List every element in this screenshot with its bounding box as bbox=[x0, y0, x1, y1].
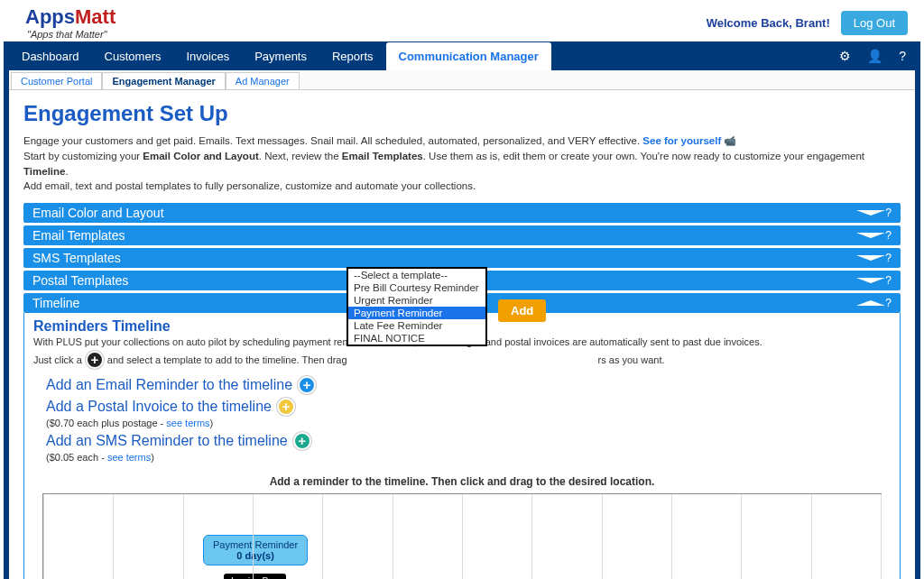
reminder-bubble[interactable]: Payment Reminder 0 day(s) bbox=[203, 535, 308, 565]
invoice-due-marker: Invoice Due bbox=[224, 574, 286, 579]
nav-icons: ⚙ 👤 ? bbox=[839, 49, 906, 63]
see-for-yourself-link[interactable]: See for yourself bbox=[642, 135, 721, 146]
logo: AppsMatt "Apps that Matter" bbox=[25, 5, 116, 40]
sub-tabs: Customer Portal Engagement Manager Ad Ma… bbox=[9, 70, 915, 90]
accordion-email-templates[interactable]: Email Templates? bbox=[23, 225, 901, 245]
timeline-panel: Reminders Timeline With PLUS put your co… bbox=[23, 313, 901, 579]
chevron-down-icon bbox=[856, 278, 885, 283]
reminders-instruction: Just click a + and select a template to … bbox=[33, 351, 891, 369]
tagline: "Apps that Matter" bbox=[27, 29, 116, 40]
user-icon[interactable]: 👤 bbox=[867, 49, 882, 63]
help-icon[interactable]: ? bbox=[885, 229, 892, 242]
help-icon[interactable]: ? bbox=[899, 49, 906, 63]
add-button[interactable]: Add bbox=[498, 299, 546, 322]
plus-icon: + bbox=[86, 351, 104, 369]
postal-sub: ($0.70 each plus postage - see terms) bbox=[46, 418, 891, 428]
add-postal-button[interactable]: + bbox=[277, 398, 295, 416]
nav-reports[interactable]: Reports bbox=[319, 42, 386, 70]
add-postal-invoice: Add a Postal Invoice to the timeline + bbox=[46, 398, 891, 416]
timeline-chart[interactable]: Payment Reminder 0 day(s) Invoice Due bbox=[42, 493, 882, 579]
help-icon[interactable]: ? bbox=[885, 207, 892, 219]
add-sms-reminder: Add an SMS Reminder to the timeline + bbox=[46, 432, 891, 450]
logout-button[interactable]: Log Out bbox=[841, 11, 908, 35]
intro-text: Engage your customers and get paid. Emai… bbox=[23, 133, 901, 194]
select-option-selected[interactable]: Payment Reminder bbox=[348, 307, 485, 319]
select-option[interactable]: Pre Bill Courtesy Reminder bbox=[348, 281, 485, 294]
main-nav: Dashboard Customers Invoices Payments Re… bbox=[9, 41, 915, 70]
select-option[interactable]: Urgent Reminder bbox=[348, 294, 485, 307]
gear-icon[interactable]: ⚙ bbox=[839, 49, 851, 63]
page-title: Engagement Set Up bbox=[23, 101, 901, 126]
subtab-ad-manager[interactable]: Ad Manager bbox=[226, 72, 300, 89]
top-bar: AppsMatt "Apps that Matter" Welcome Back… bbox=[0, 0, 924, 41]
chevron-up-icon bbox=[856, 300, 885, 306]
chevron-down-icon bbox=[856, 233, 885, 238]
sms-sub: ($0.05 each - see terms) bbox=[46, 452, 891, 463]
add-email-button[interactable]: + bbox=[298, 376, 316, 394]
see-terms-link[interactable]: see terms bbox=[166, 418, 209, 428]
nav-payments[interactable]: Payments bbox=[242, 42, 319, 70]
chevron-down-icon bbox=[856, 255, 885, 261]
subtab-engagement-manager[interactable]: Engagement Manager bbox=[102, 72, 225, 89]
subtab-customer-portal[interactable]: Customer Portal bbox=[11, 72, 102, 89]
select-placeholder[interactable]: --Select a template-- bbox=[348, 269, 485, 281]
help-icon[interactable]: ? bbox=[885, 297, 892, 309]
accordion-email-color[interactable]: Email Color and Layout? bbox=[23, 203, 901, 223]
nav-invoices[interactable]: Invoices bbox=[173, 42, 242, 70]
see-terms-link[interactable]: see terms bbox=[107, 452, 151, 463]
chevron-down-icon bbox=[856, 210, 885, 216]
nav-dashboard[interactable]: Dashboard bbox=[9, 42, 92, 70]
template-select[interactable]: --Select a template-- Pre Bill Courtesy … bbox=[346, 267, 487, 346]
help-icon[interactable]: ? bbox=[885, 274, 892, 287]
accordion-sms-templates[interactable]: SMS Templates? bbox=[23, 248, 901, 268]
welcome-text: Welcome Back, Brant! bbox=[707, 16, 830, 30]
video-icon: 📹 bbox=[724, 134, 736, 149]
help-icon[interactable]: ? bbox=[885, 252, 892, 264]
chart-caption: Add a reminder to the timeline. Then cli… bbox=[33, 475, 891, 488]
nav-communication-manager[interactable]: Communication Manager bbox=[386, 42, 551, 70]
nav-customers[interactable]: Customers bbox=[92, 42, 174, 70]
add-email-reminder: Add an Email Reminder to the timeline + bbox=[46, 376, 891, 394]
select-option[interactable]: Late Fee Reminder bbox=[348, 319, 485, 332]
add-sms-button[interactable]: + bbox=[293, 432, 311, 450]
logo-text: AppsMatt bbox=[25, 5, 116, 29]
select-option[interactable]: FINAL NOTICE bbox=[348, 332, 485, 345]
top-right: Welcome Back, Brant! Log Out bbox=[707, 11, 908, 35]
